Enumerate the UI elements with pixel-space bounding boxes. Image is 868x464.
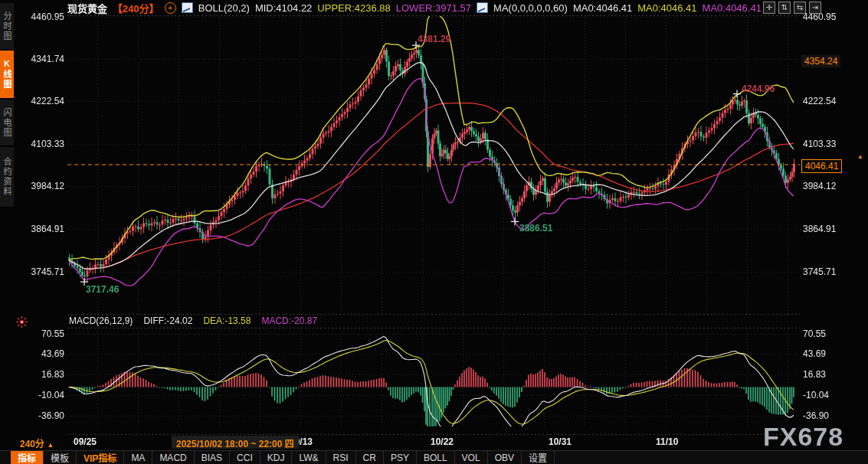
chart-header: 现货黄金 【240分】 + BOLL(20,2) MID:4104.22 UPP… (67, 0, 762, 15)
ma-value-1: MA0:4046.41 (573, 2, 632, 14)
price-tick: 4460.95 (26, 11, 64, 22)
price-tick: 4341.74 (26, 54, 64, 64)
chevron-up-icon: ▲ (47, 441, 54, 449)
tab-ma[interactable]: MA (124, 451, 152, 464)
fit-horizontal-icon[interactable]: ⇆ (794, 2, 806, 14)
tab-indicator[interactable]: 指标 (11, 451, 44, 464)
tab-rsi[interactable]: RSI (326, 451, 356, 464)
macd-dea-value: DEA:-13.58 (203, 315, 251, 326)
ma-value-2: MA0:4046.41 (637, 2, 696, 14)
price-tick: 3984.12 (26, 181, 64, 191)
date-tick: 09/25 (74, 436, 97, 447)
up-triangle-icon: ▲ (857, 153, 863, 160)
swing-low-annotation: 3886.51 (519, 223, 552, 234)
alert-burst-icon[interactable] (16, 316, 28, 328)
macd-tick: 16.83 (803, 369, 826, 380)
price-tick: 3864.91 (26, 224, 64, 234)
price-tick: 4103.33 (26, 139, 64, 149)
ma-label: MA(0,0,0,0,0,60) (493, 2, 568, 14)
indicator-toolbar: 指标 模板 VIP指标 MA MACD BIAS CCI KDJ LW& RSI… (0, 450, 868, 464)
tab-vol[interactable]: VOL (455, 451, 488, 464)
boll-mid-value: MID:4104.22 (255, 2, 312, 14)
price-tick: 3745.71 (803, 266, 836, 277)
high-annotation: 4381.29 (418, 34, 450, 44)
chart-canvas[interactable] (0, 0, 868, 464)
macd-tick: -36.90 (26, 410, 64, 421)
trading-app: 现货黄金 【240分】 + BOLL(20,2) MID:4104.22 UPP… (0, 0, 868, 464)
macd-tick: -10.04 (26, 390, 64, 400)
brand-watermark: FX678 (763, 422, 843, 452)
tab-kdj[interactable]: KDJ (260, 451, 293, 464)
sidebar-item-contract-info[interactable]: 合约资料 (0, 147, 14, 208)
macd-diff-value: DIFF:-24.02 (143, 315, 192, 326)
price-tick: 3864.91 (803, 224, 836, 234)
macd-tick: 70.55 (26, 328, 64, 339)
price-tick: 4103.33 (803, 139, 836, 149)
macd-header: MACD(26,12,9) DIFF:-24.02 DEA:-13.58 MAC… (69, 315, 317, 326)
date-tick: 10/31 (549, 436, 572, 447)
boll-upper-value: UPPER:4236.88 (317, 2, 390, 14)
period-selector[interactable]: 240分 ▲ (20, 436, 54, 449)
macd-tick: 16.83 (26, 369, 64, 380)
price-tick: 3745.71 (26, 266, 64, 277)
macd-tick: -10.04 (803, 390, 829, 400)
macd-tick: 70.55 (803, 328, 826, 339)
macd-params: MACD(26,12,9) (69, 315, 133, 326)
macd-tick: 43.69 (26, 348, 64, 359)
macd-macd-value: MACD:-20.87 (261, 315, 317, 326)
boll-indicator-icon (182, 2, 193, 13)
date-tick: 11/10 (656, 436, 678, 447)
swing-high-annotation: 4244.96 (742, 83, 775, 94)
add-circle-icon[interactable]: + (165, 2, 176, 14)
tab-lwr[interactable]: LW& (292, 451, 326, 464)
tab-obv[interactable]: OBV (488, 451, 522, 464)
fit-vertical-icon[interactable]: ⇅ (778, 2, 791, 14)
date-tick: 10/22 (431, 436, 454, 447)
go-latest-icon[interactable]: ⇥ (809, 2, 821, 14)
symbol-name: 现货黄金 (67, 1, 107, 15)
tab-bias[interactable]: BIAS (195, 451, 230, 464)
period-label[interactable]: 【240分】 (113, 1, 159, 15)
macd-tick: -36.90 (803, 410, 829, 421)
ma-indicator-icon (477, 2, 488, 13)
macd-tick: 43.69 (803, 348, 826, 359)
tab-boll[interactable]: BOLL (417, 451, 455, 464)
price-tick: 4222.54 (26, 96, 64, 106)
sidebar-item-kline[interactable]: K线图 (0, 51, 14, 100)
tab-cr[interactable]: CR (356, 451, 384, 464)
crosshair-icon[interactable]: ✛ (763, 2, 775, 14)
tab-template[interactable]: 模板 (44, 451, 77, 464)
tab-psy[interactable]: PSY (384, 451, 417, 464)
ma-value-3: MA0:4046.41 (703, 2, 762, 14)
chart-tools: ✛ ⇅ ⇆ ⇥ (763, 2, 821, 14)
price-tag-high: 4354.24 (801, 55, 840, 67)
tab-settings[interactable]: 设置 (522, 451, 555, 464)
price-tick: 4222.54 (803, 96, 836, 106)
last-price-tag: 4046.41 (801, 159, 842, 173)
tab-vip-indicator[interactable]: VIP指标 (77, 451, 124, 464)
low-annotation: 3717.46 (86, 284, 119, 295)
boll-lower-value: LOWER:3971.57 (396, 2, 471, 14)
price-tick: 3984.12 (803, 181, 836, 191)
boll-label: BOLL(20,2) (198, 2, 250, 14)
tab-macd[interactable]: MACD (152, 451, 194, 464)
sidebar-item-timeline[interactable]: 分时图 (0, 3, 14, 51)
sidebar-item-lightning[interactable]: 闪电图 (0, 100, 14, 147)
bar-time-tooltip: 2025/10/02 18:00 ~ 22:00 四 (172, 436, 299, 449)
tab-cci[interactable]: CCI (230, 451, 260, 464)
